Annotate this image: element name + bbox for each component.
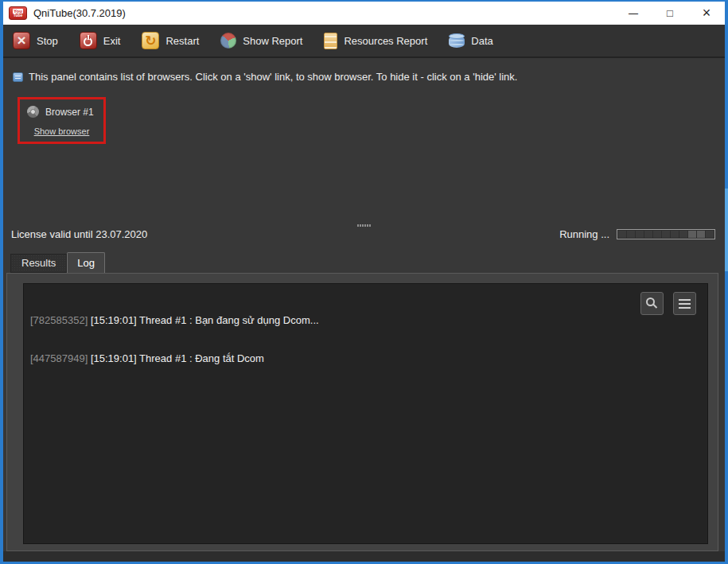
log-lines: [782585352] [15:19:01] Thread #1 : Bạn đ… [24, 284, 707, 395]
log-entry-message: [15:19:01] Thread #1 : Đang tắt Dcom [88, 352, 264, 364]
stop-label: Stop [37, 35, 58, 47]
restart-label: Restart [165, 35, 199, 47]
log-toolbar [640, 292, 696, 315]
window-title: QniTube(30.7.2019) [33, 7, 126, 19]
minimize-button[interactable]: — [615, 2, 652, 25]
info-text: This panel contains list of browsers. Cl… [29, 71, 517, 83]
running-status: Running ... [559, 228, 715, 240]
app-logo-youtube-icon: You Tube [9, 6, 27, 20]
report-icon [324, 33, 337, 49]
show-report-label: Show Report [243, 35, 302, 47]
main-panel: This panel contains list of browsers. Cl… [3, 58, 725, 562]
list-icon [679, 299, 691, 309]
info-bar: This panel contains list of browsers. Cl… [13, 71, 517, 83]
log-entry: [782585352] [15:19:01] Thread #1 : Bạn đ… [30, 314, 701, 327]
tab-strip: Results Log [10, 253, 105, 273]
browser-name: Browser #1 [45, 107, 94, 118]
status-bar: License valid until 23.07.2020 Running .… [3, 228, 725, 241]
right-scrollbar-thumb[interactable] [725, 189, 728, 271]
maximize-button[interactable]: □ [652, 2, 688, 25]
tab-results[interactable]: Results [10, 254, 67, 273]
progress-bar [617, 229, 715, 239]
window-controls: — □ × [615, 2, 725, 25]
log-entry-message: [15:19:01] Thread #1 : Bạn đang sử dụng … [88, 314, 318, 326]
log-search-button[interactable] [640, 292, 664, 315]
restart-button[interactable]: ↻ Restart [142, 32, 199, 49]
data-button[interactable]: Data [449, 33, 492, 48]
database-icon [449, 33, 465, 48]
running-label: Running ... [559, 228, 609, 240]
exit-label: Exit [103, 35, 121, 47]
app-logo-text-bottom: Tube [14, 14, 23, 18]
exit-button[interactable]: Exit [80, 32, 121, 49]
data-label: Data [471, 35, 492, 47]
stop-icon: × [13, 32, 30, 49]
resources-report-button[interactable]: Resources Report [324, 33, 427, 49]
exit-icon [80, 32, 97, 49]
log-tab-panel: [782585352] [15:19:01] Thread #1 : Bạn đ… [6, 273, 718, 551]
splitter-handle[interactable] [3, 224, 725, 227]
license-text: License valid until 23.07.2020 [11, 228, 147, 240]
log-entry-id: [447587949] [30, 352, 88, 364]
restart-icon: ↻ [142, 32, 159, 49]
titlebar: You Tube QniTube(30.7.2019) — □ × [3, 2, 725, 25]
chrome-icon [27, 106, 39, 118]
show-report-button[interactable]: Show Report [220, 33, 302, 49]
search-icon [646, 298, 655, 306]
show-browser-link[interactable]: Show browser [20, 126, 103, 136]
app-window: You Tube QniTube(30.7.2019) — □ × × Stop… [0, 0, 728, 564]
log-menu-button[interactable] [673, 292, 696, 315]
log-output-area[interactable]: [782585352] [15:19:01] Thread #1 : Bạn đ… [23, 283, 708, 544]
browser-item-annotation-red-box: Browser #1 Show browser [18, 97, 106, 144]
close-button[interactable]: × [688, 2, 725, 25]
window-bottom-strip [3, 551, 725, 562]
stop-button[interactable]: × Stop [13, 32, 58, 49]
toolbar: × Stop Exit ↻ Restart Show Report Resour… [3, 25, 725, 58]
log-entry-id: [782585352] [30, 314, 88, 326]
tab-log[interactable]: Log [67, 252, 105, 273]
info-icon [13, 72, 23, 82]
pie-chart-icon [220, 33, 236, 49]
resources-report-label: Resources Report [344, 35, 427, 47]
log-entry: [447587949] [15:19:01] Thread #1 : Đang … [30, 352, 701, 365]
browser-item: Browser #1 [27, 106, 94, 118]
